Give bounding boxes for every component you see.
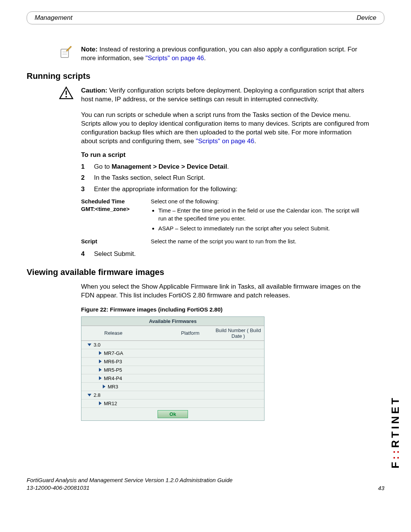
expand-icon[interactable] bbox=[99, 401, 102, 405]
ok-button[interactable]: Ok bbox=[158, 410, 188, 418]
para-running-scripts: You can run scripts or schedule when a s… bbox=[81, 111, 369, 146]
expand-icon[interactable] bbox=[88, 394, 91, 396]
firmware-title: Available Firmwares bbox=[81, 317, 264, 326]
figure-caption: Figure 22: Firmware images (including Fo… bbox=[81, 306, 369, 313]
page-number: 43 bbox=[378, 485, 384, 491]
table-row: MR7-GA bbox=[81, 349, 264, 357]
expand-icon[interactable] bbox=[99, 351, 102, 355]
step-3: Enter the appropriate information for th… bbox=[81, 184, 369, 194]
table-row: MR3 bbox=[81, 382, 264, 391]
expand-icon[interactable] bbox=[103, 385, 105, 388]
note-text: Instead of restoring a previous configur… bbox=[81, 46, 357, 62]
col-release: Release bbox=[81, 326, 168, 341]
step-2: In the Tasks section, select Run Script. bbox=[81, 173, 369, 183]
field-table: Scheduled Time GMT:<time_zone> Select on… bbox=[81, 196, 369, 247]
expand-icon[interactable] bbox=[99, 376, 102, 380]
col-platform: Platform bbox=[168, 326, 212, 341]
bullet-time: Time – Enter the time period in the fiel… bbox=[158, 207, 366, 222]
svg-point-6 bbox=[65, 96, 67, 97]
bullet-asap: ASAP – Select to immediately run the scr… bbox=[158, 225, 366, 232]
scripts-link[interactable]: "Scripts" on page 46 bbox=[196, 137, 254, 145]
caution-block: Caution: Verify configuration scripts be… bbox=[59, 86, 369, 104]
field-script-label: Script bbox=[81, 236, 151, 247]
field-scheduled-time-label-b: GMT:<time_zone> bbox=[81, 206, 130, 212]
table-row: MR5-P5 bbox=[81, 366, 264, 374]
page-footer: FortiGuard Analysis and Management Servi… bbox=[27, 476, 384, 491]
footer-docid: 13-12000-406-20081031 bbox=[27, 484, 233, 492]
para-firmware: When you select the Show Applicable Firm… bbox=[81, 283, 369, 300]
steps-list: Go to Management > Device > Device Detai… bbox=[81, 162, 369, 194]
brand-logo: F::RTINET bbox=[389, 396, 401, 468]
step-1: Go to Management > Device > Device Detai… bbox=[81, 162, 369, 172]
col-build: Build Number ( Build Date ) bbox=[212, 326, 264, 341]
table-row: 3.0 bbox=[81, 340, 264, 349]
header-left: Management bbox=[35, 14, 72, 22]
note-label: Note: bbox=[81, 46, 97, 53]
table-row: MR6-P3 bbox=[81, 357, 264, 366]
caution-icon bbox=[59, 86, 73, 99]
page-header: Management Device bbox=[27, 11, 384, 24]
section-viewing-firmware: Viewing available firmware images bbox=[27, 267, 369, 277]
field-script-text: Select the name of the script you want t… bbox=[151, 236, 369, 247]
caution-label: Caution: bbox=[81, 87, 107, 94]
table-row: 2.8 bbox=[81, 391, 264, 399]
expand-icon[interactable] bbox=[99, 359, 102, 363]
firmware-panel: Available Firmwares Release Platform Bui… bbox=[81, 316, 264, 421]
expand-icon[interactable] bbox=[88, 343, 91, 346]
footer-title: FortiGuard Analysis and Management Servi… bbox=[27, 476, 233, 484]
step-4: Select Submit. bbox=[81, 249, 369, 259]
field-scheduled-time-intro: Select one of the following: bbox=[151, 198, 219, 204]
table-row: MR4-P4 bbox=[81, 374, 264, 382]
note-block: Note: Instead of restoring a previous co… bbox=[59, 45, 369, 63]
note-icon bbox=[59, 45, 73, 59]
subhead-to-run-script: To run a script bbox=[81, 151, 369, 159]
section-running-scripts: Running scripts bbox=[27, 71, 369, 81]
table-row: MR12 bbox=[81, 399, 264, 407]
caution-text: Verify configuration scripts before depl… bbox=[81, 87, 364, 103]
expand-icon[interactable] bbox=[99, 368, 102, 372]
field-scheduled-time-label-a: Scheduled Time bbox=[81, 198, 125, 204]
note-link[interactable]: "Scripts" on page 46 bbox=[145, 54, 204, 62]
header-right: Device bbox=[357, 14, 376, 22]
